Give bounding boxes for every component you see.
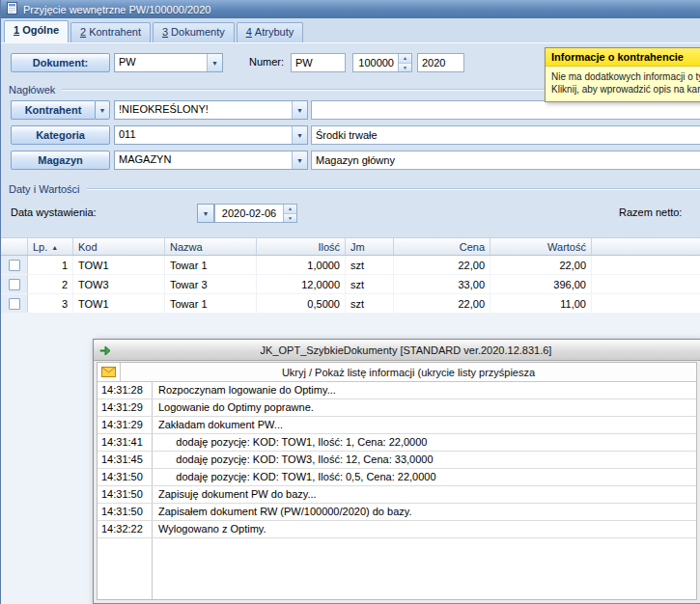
sort-asc-icon: ▲ (51, 244, 58, 251)
magazyn-button[interactable]: Magazyn (11, 151, 110, 170)
kontrahent-button[interactable]: Kontrahent ▼ (11, 100, 110, 120)
chevron-down-icon[interactable]: ▼ (292, 151, 307, 169)
log-empty-area (98, 538, 696, 599)
kontrahent-combo[interactable]: !NIEOKREŚLONY! ▼ (114, 100, 308, 120)
table-row[interactable]: 1 TOW1 Towar 1 1,0000 szt 22,00 22,00 (1, 256, 700, 275)
tab-strip: 1Ogólne 2Kontrahent 3Dokumenty 4Atrybuty (1, 18, 700, 42)
kontrahent-tooltip: Informacje o kontrahencie Nie ma dodatko… (545, 47, 700, 102)
window-title: Przyjęcie wewnętrzne PW/100000/2020 (23, 4, 210, 15)
tab-dokumenty[interactable]: 3Dokumenty (153, 22, 235, 42)
numer-year-field[interactable] (417, 53, 464, 72)
numer-value-field[interactable] (353, 54, 398, 71)
header-kod[interactable]: Kod (73, 238, 165, 255)
app-window: Przyjęcie wewnętrzne PW/100000/2020 1Ogó… (0, 0, 700, 604)
kategoria-combo-value: 011 (115, 126, 292, 144)
log-window: JK_OPT_SzybkieDokumenty [STANDARD ver.20… (93, 339, 700, 604)
kategoria-combo[interactable]: 011 ▼ (114, 125, 308, 145)
app-icon (98, 343, 112, 358)
table-row[interactable]: 3 TOW1 Towar 1 0,5000 szt 22,00 11,00 (1, 294, 700, 314)
header-jm[interactable]: Jm (346, 238, 394, 255)
log-entry: 14:32:22Wylogowano z Optimy. (98, 521, 696, 538)
data-wystawienia-label: Data wystawienia: (11, 206, 97, 218)
numer-prefix-field[interactable] (291, 53, 346, 72)
spin-down-icon[interactable]: ▼ (284, 213, 296, 223)
log-entry: 14:31:29Zakładam dokument PW... (98, 417, 696, 434)
chevron-down-icon[interactable]: ▼ (292, 126, 307, 144)
kontrahent-name-field[interactable] (311, 100, 700, 120)
magazyn-combo-value: MAGAZYN (115, 151, 292, 169)
log-info-bar[interactable]: Ukryj / Pokaż listę informacji (ukrycie … (98, 363, 696, 382)
window-titlebar[interactable]: Przyjęcie wewnętrzne PW/100000/2020 (1, 0, 700, 18)
log-info-text: Ukryj / Pokaż listę informacji (ukrycie … (121, 363, 696, 381)
header-checkbox-column[interactable] (1, 238, 28, 255)
tab-atrybuty[interactable]: 4Atrybuty (237, 22, 303, 42)
header-cena[interactable]: Cena (394, 238, 490, 255)
log-entry: 14:31:50Zapisałem dokument RW (PW/100000… (98, 504, 696, 521)
header-lp[interactable]: Lp.▲ (28, 238, 73, 255)
kategoria-button[interactable]: Kategoria (11, 125, 110, 145)
envelope-icon[interactable] (98, 363, 121, 381)
spinner-arrows[interactable]: ▲▼ (283, 205, 296, 222)
log-window-titlebar[interactable]: JK_OPT_SzybkieDokumenty [STANDARD ver.20… (94, 340, 700, 361)
kontrahent-combo-value: !NIEOKREŚLONY! (115, 101, 292, 119)
grid-header: Lp.▲ Kod Nazwa Ilość Jm Cena Wartość (1, 237, 700, 256)
spin-up-icon[interactable]: ▲ (284, 205, 296, 213)
tooltip-body: Nie ma dodatkowych informacji o ty Klikn… (546, 67, 700, 101)
spin-down-icon[interactable]: ▼ (399, 63, 411, 72)
header-ilosc[interactable]: Ilość (257, 238, 346, 255)
dokument-button[interactable]: Dokument: (11, 53, 110, 72)
dokument-combo-value: PW (115, 54, 207, 71)
kategoria-desc-field[interactable] (311, 125, 700, 145)
numer-spinner[interactable]: ▲▼ (352, 53, 412, 72)
chevron-down-icon[interactable]: ▼ (207, 54, 222, 71)
log-entry: 14:31:41 dodaję pozycję: KOD: TOW1, Iloś… (98, 434, 696, 452)
date-value-field[interactable] (215, 205, 283, 222)
document-icon (6, 2, 18, 16)
chevron-down-icon[interactable]: ▼ (95, 100, 110, 120)
section-daty-wartosci: Daty i Wartości (9, 183, 700, 195)
data-wystawienia-field[interactable]: ▲▼ (214, 204, 297, 223)
header-nazwa[interactable]: Nazwa (165, 238, 257, 255)
spin-up-icon[interactable]: ▲ (399, 54, 411, 63)
log-entry: 14:31:29Logowanie do Optimy poprawne. (98, 399, 696, 417)
razem-netto-label: Razem netto: (619, 206, 682, 218)
header-filler (592, 238, 700, 255)
row-checkbox[interactable] (9, 260, 20, 271)
section-divider (87, 188, 700, 190)
row-checkbox[interactable] (9, 279, 20, 290)
log-entry: 14:31:50Zapisuję dokument PW do bazy... (98, 486, 696, 504)
chevron-down-icon: ▼ (203, 210, 210, 217)
log-entry: 14:31:28Rozpoczynam logowanie do Optimy.… (98, 382, 696, 399)
table-row[interactable]: 2 TOW3 Towar 3 12,0000 szt 33,00 396,00 (1, 275, 700, 294)
magazyn-desc-field[interactable] (311, 151, 700, 170)
log-window-body: Ukryj / Pokaż listę informacji (ukrycie … (97, 362, 697, 600)
tab-ogolne[interactable]: 1Ogólne (4, 20, 69, 42)
numer-label: Numer: (249, 56, 284, 68)
header-wartosc[interactable]: Wartość (490, 238, 592, 255)
dokument-combo[interactable]: PW ▼ (114, 53, 223, 72)
spinner-arrows[interactable]: ▲▼ (398, 54, 411, 71)
tab-kontrahent[interactable]: 2Kontrahent (70, 22, 151, 42)
date-mode-dropdown[interactable]: ▼ (197, 204, 214, 223)
log-window-title: JK_OPT_SzybkieDokumenty [STANDARD ver.20… (117, 344, 695, 356)
tooltip-title: Informacje o kontrahencie (546, 48, 700, 67)
chevron-down-icon[interactable]: ▼ (292, 101, 307, 119)
magazyn-combo[interactable]: MAGAZYN ▼ (114, 151, 308, 170)
log-entry: 14:31:50 dodaję pozycję: KOD: TOW1, Iloś… (98, 469, 696, 486)
row-checkbox[interactable] (9, 298, 20, 310)
log-entry: 14:31:45 dodaję pozycję: KOD: TOW3, Iloś… (98, 452, 696, 469)
